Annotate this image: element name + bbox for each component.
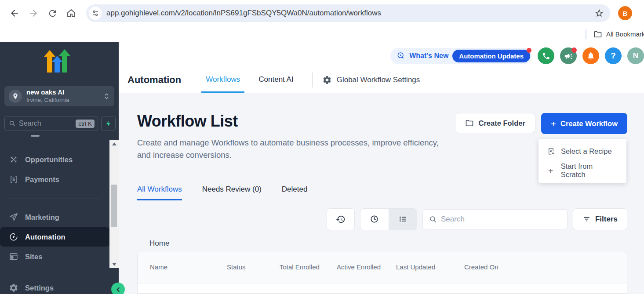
- notification-dot: [571, 47, 577, 53]
- clock-icon: [370, 214, 379, 224]
- scroll-up-arrow[interactable]: [109, 140, 119, 148]
- global-workflow-settings-link[interactable]: Global Workflow Settings: [322, 75, 420, 85]
- gohighlevel-workflows-page: app.gohighlevel.com/v2/location/lnPS691g…: [0, 0, 644, 294]
- sidebar-collapse-button[interactable]: [111, 283, 125, 294]
- header-divider: [312, 73, 313, 87]
- help-button[interactable]: ?: [605, 47, 622, 64]
- workflow-table: Name Status Total Enrolled Active Enroll…: [137, 251, 627, 294]
- content-area: Workflow List Create and manage Workflow…: [119, 93, 644, 294]
- menu-item-select-a-recipe[interactable]: Select a Recipe: [538, 142, 626, 161]
- enrollment-history-button[interactable]: [327, 208, 355, 230]
- create-workflow-dropdown: Select a Recipe + Start from Scratch: [538, 139, 626, 183]
- scroll-down-arrow[interactable]: [109, 260, 119, 268]
- whats-new-group[interactable]: What's New Automation Updates: [390, 48, 532, 64]
- recent-view-toggle[interactable]: [360, 209, 389, 230]
- tab-needs-review[interactable]: Needs Review (0): [202, 185, 262, 200]
- column-header-name: Name: [150, 262, 227, 272]
- section-title-row: Automation Workflows Content AI Global W…: [127, 67, 644, 93]
- url-bar[interactable]: app.gohighlevel.com/v2/location/lnPS691g…: [86, 4, 610, 22]
- site-settings-icon[interactable]: [89, 7, 102, 20]
- browser-home-button[interactable]: [64, 6, 79, 21]
- create-workflow-button[interactable]: + Create Workflow: [541, 113, 627, 134]
- create-folder-button[interactable]: Create Folder: [455, 113, 535, 133]
- history-icon: [336, 214, 346, 224]
- sidebar-item-automation[interactable]: Automation: [0, 227, 110, 247]
- menu-item-start-from-scratch[interactable]: + Start from Scratch: [538, 161, 626, 180]
- sidebar-item-opportunities[interactable]: Opportunities: [0, 150, 110, 169]
- sidebar-item-label: Sites: [25, 253, 42, 261]
- account-name: new oaks AI: [26, 88, 69, 97]
- sidebar-item-label: Automation: [25, 233, 65, 241]
- browser-back-button[interactable]: [7, 6, 22, 21]
- browser-reload-button[interactable]: [45, 6, 60, 21]
- tab-deleted[interactable]: Deleted: [282, 185, 308, 200]
- tab-content-ai[interactable]: Content AI: [254, 67, 298, 93]
- automation-icon: [9, 232, 18, 242]
- whats-new-label[interactable]: What's New: [409, 52, 448, 60]
- keyboard-shortcut-badge: ctrl K: [76, 120, 95, 128]
- gear-icon: [322, 75, 332, 85]
- plus-icon: +: [551, 119, 556, 128]
- sidebar-divider: [8, 199, 101, 199]
- megaphone-icon: [564, 51, 573, 61]
- breadcrumb-home[interactable]: Home: [137, 239, 169, 248]
- forward-arrow-icon: [28, 8, 39, 18]
- page-title: Workflow List: [137, 112, 445, 131]
- folder-icon: [465, 119, 474, 127]
- section-title: Automation: [127, 74, 181, 86]
- bookmarks-divider: [586, 29, 586, 39]
- sidebar-search-field[interactable]: [19, 120, 63, 127]
- search-icon: [9, 120, 16, 127]
- table-header-row: Name Status Total Enrolled Active Enroll…: [138, 251, 627, 283]
- sidebar-item-label: Opportunities: [25, 156, 73, 164]
- sidebar-item-label: Settings: [25, 284, 54, 292]
- sidebar-scrollbar[interactable]: [109, 140, 119, 268]
- automation-updates-label: Automation Updates: [459, 52, 524, 60]
- payments-icon: $: [9, 174, 18, 184]
- sidebar-search-input[interactable]: ctrl K: [4, 116, 98, 131]
- browser-forward-button[interactable]: [26, 6, 41, 21]
- main-header: What's New Automation Updates: [119, 42, 644, 93]
- workflow-search-field[interactable]: [441, 215, 561, 224]
- gohighlevel-logo: [44, 49, 71, 75]
- notification-dot: [527, 48, 531, 53]
- search-icon: [429, 215, 437, 223]
- automation-updates-pill[interactable]: Automation Updates: [452, 50, 530, 62]
- notifications-button[interactable]: [582, 47, 599, 64]
- sidebar-item-payments[interactable]: $ Payments: [0, 170, 110, 189]
- account-switcher[interactable]: new oaks AI Irvine, California: [4, 86, 114, 106]
- announcements-button[interactable]: [560, 47, 577, 64]
- phone-icon: [542, 52, 550, 60]
- global-workflow-settings-label: Global Workflow Settings: [337, 76, 420, 84]
- bell-icon: [586, 51, 595, 60]
- user-avatar[interactable]: N: [627, 47, 644, 64]
- sidebar-item-settings[interactable]: Settings: [0, 278, 110, 294]
- all-bookmarks-label[interactable]: All Bookmarks: [606, 30, 644, 38]
- paper-plane-icon: [9, 212, 18, 222]
- tab-all-workflows[interactable]: All Workflows: [137, 185, 182, 200]
- scrollbar-thumb[interactable]: [111, 185, 117, 227]
- sidebar-item-marketing[interactable]: Marketing: [0, 207, 110, 227]
- hero-row: Workflow List Create and manage Workflow…: [137, 112, 627, 161]
- back-arrow-icon: [9, 8, 20, 18]
- sidebar-item-sites[interactable]: Sites: [0, 247, 110, 266]
- chevron-up-down-icon: [103, 92, 110, 100]
- quick-actions-button[interactable]: [101, 116, 116, 131]
- main-area: What's New Automation Updates: [119, 42, 644, 294]
- lightning-bolt-icon: [105, 120, 112, 127]
- list-view-toggle[interactable]: [389, 209, 417, 230]
- sites-icon: [9, 252, 18, 261]
- phone-button[interactable]: [538, 47, 554, 64]
- account-location: Irvine, California: [26, 97, 69, 104]
- browser-profile-avatar[interactable]: B: [618, 6, 632, 20]
- workflow-search[interactable]: [422, 209, 568, 229]
- tab-workflows[interactable]: Workflows: [201, 67, 244, 93]
- menu-item-label: Select a Recipe: [561, 147, 612, 156]
- filters-button[interactable]: Filters: [573, 208, 627, 230]
- plus-icon: +: [546, 166, 555, 175]
- bookmark-star-icon[interactable]: [594, 8, 604, 18]
- sidebar-item-label: Payments: [25, 175, 59, 184]
- view-toggle: [360, 208, 417, 230]
- recipe-document-icon: [546, 147, 555, 156]
- location-icon: [9, 90, 22, 103]
